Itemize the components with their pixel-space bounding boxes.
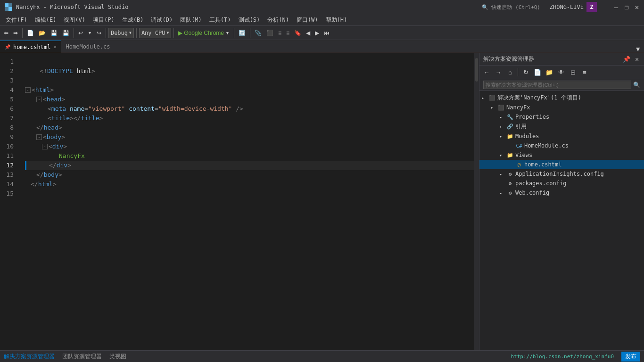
tree-nancyfx-project[interactable]: ▾ ⬛ NancyFx: [479, 103, 644, 112]
sol-refresh-button[interactable]: ↻: [520, 67, 531, 77]
code-line-11: NancyFx: [25, 151, 474, 161]
code-line-14: </html>: [25, 180, 474, 189]
browser-arrow: ▼: [225, 31, 230, 35]
tree-homemodule[interactable]: C# HomeModule.cs: [479, 141, 644, 150]
menu-item-w[interactable]: 窗口(W): [293, 15, 322, 25]
refresh-button[interactable]: 🔄: [237, 29, 248, 37]
menu-item-b[interactable]: 生成(B): [118, 15, 148, 25]
menu-item-s[interactable]: 测试(S): [235, 15, 264, 25]
bottom-tab-solution[interactable]: 解决方案资源管理器: [4, 353, 55, 361]
line-num-6: 6: [0, 104, 17, 114]
tree-solution-root[interactable]: ▸ ⬛ 解决方案'NancyFx'(1 个项目): [479, 93, 644, 103]
undo-button[interactable]: ↩: [76, 29, 85, 37]
attach-button[interactable]: 📎: [253, 29, 264, 37]
sol-properties-button[interactable]: ≡: [579, 67, 590, 77]
menu-item-n[interactable]: 分析(N): [264, 15, 293, 25]
open-button[interactable]: 📂: [37, 29, 48, 37]
tab-home-cshtml[interactable]: 📌 home.cshtml ✕: [0, 41, 61, 53]
restore-button[interactable]: ❐: [623, 4, 630, 10]
code-line-2: <!DOCTYPE html>: [25, 66, 474, 76]
line-num-1: 1: [0, 57, 17, 66]
breakpoint-button[interactable]: ⬛: [264, 29, 275, 37]
menu-item-m[interactable]: 团队(M): [176, 15, 206, 25]
platform-dropdown[interactable]: Any CPU ▼: [139, 28, 171, 38]
sol-forward-button[interactable]: →: [493, 67, 504, 77]
fold-head[interactable]: -: [36, 97, 42, 102]
fold-body[interactable]: -: [36, 134, 42, 140]
minimize-button[interactable]: —: [613, 4, 619, 10]
code-line-8: </head>: [25, 123, 474, 132]
tab-close-home[interactable]: ✕: [53, 44, 56, 49]
fold-div[interactable]: -: [42, 144, 48, 149]
tree-home-cshtml[interactable]: @ home.cshtml: [479, 160, 644, 169]
code-content[interactable]: <!DOCTYPE html> -<html> -<head> <meta na…: [21, 53, 474, 350]
publish-button[interactable]: 发布: [621, 352, 640, 362]
tree-web-config[interactable]: ▸ ⚙ Web.config: [479, 188, 644, 197]
solution-search-icon: 🔍: [633, 82, 640, 88]
run-button[interactable]: ▶ Google Chrome ▼: [176, 29, 231, 37]
doctype-kw: DOCTYPE: [47, 66, 73, 76]
sol-home-button[interactable]: ⌂: [505, 67, 515, 77]
close-button[interactable]: ✕: [634, 4, 640, 10]
line-num-12: 12: [0, 161, 17, 170]
tree-properties[interactable]: ▸ 🔧 Properties: [479, 112, 644, 122]
new-file-button[interactable]: 📄: [25, 29, 36, 37]
save-button[interactable]: 💾: [49, 29, 59, 37]
tree-appinsights[interactable]: ▸ ⚙ ApplicationInsights.config: [479, 169, 644, 179]
scrollbar-thumb[interactable]: [475, 58, 478, 82]
tab-homemodule[interactable]: HomeModule.cs: [61, 41, 115, 53]
sol-showfiles-button[interactable]: 👁: [556, 67, 566, 77]
bottom-tab-team[interactable]: 团队资源管理器: [62, 353, 102, 361]
menu-item-f[interactable]: 文件(F): [2, 15, 31, 25]
indent-button[interactable]: ≡: [276, 29, 283, 37]
properties-icon: 🔧: [506, 113, 514, 121]
editor-scrollbar[interactable]: [474, 53, 479, 350]
sol-collapse-button[interactable]: ⊟: [568, 67, 578, 77]
menu-item-e[interactable]: 编辑(E): [31, 15, 60, 25]
menu-item-p[interactable]: 项目(P): [89, 15, 118, 25]
user-badge[interactable]: Z: [586, 2, 597, 12]
panel-close-button[interactable]: ✕: [634, 56, 640, 63]
back-button[interactable]: ⬅: [2, 29, 10, 37]
menu-item-h[interactable]: 帮助(H): [322, 15, 351, 25]
bookmark-button[interactable]: 🔖: [292, 29, 303, 37]
undo-arrow[interactable]: ▼: [86, 30, 94, 36]
sol-newfile-button[interactable]: 📄: [532, 67, 543, 77]
svg-rect-1: [8, 3, 12, 7]
code-line-13: </body>: [25, 170, 474, 180]
nav2-button[interactable]: ▶: [313, 29, 321, 37]
menu-item-t[interactable]: 工具(T): [206, 15, 235, 25]
code-line-3: [25, 76, 474, 85]
project-icon: ⬛: [497, 104, 505, 111]
solution-search: 🔍: [479, 79, 644, 91]
line-numbers: 1 2 3 4 5 6 7 8 9 10 11 12 13 14 15: [0, 53, 21, 350]
solution-panel-title: 解决方案资源管理器: [483, 55, 534, 63]
forward-button[interactable]: ➡: [11, 29, 20, 37]
redo-button[interactable]: ↪: [95, 29, 103, 37]
code-line-15: [25, 189, 474, 198]
tree-packages-config[interactable]: ⚙ packages.config: [479, 179, 644, 188]
nav-button[interactable]: ◀: [304, 29, 312, 37]
solution-search-input[interactable]: [483, 81, 631, 89]
save-all-button[interactable]: 💾: [60, 29, 71, 37]
tree-modules-folder[interactable]: ▾ 📁 Modules: [479, 132, 644, 141]
menu-item-d[interactable]: 调试(D): [147, 15, 176, 25]
solution-tree: ▸ ⬛ 解决方案'NancyFx'(1 个项目) ▾ ⬛ NancyFx ▸ 🔧…: [479, 91, 644, 350]
tree-views-folder[interactable]: ▾ 📁 Views: [479, 150, 644, 160]
quick-launch-label[interactable]: 快速启动 (Ctrl+Q): [491, 4, 540, 11]
sol-back-button[interactable]: ←: [481, 67, 492, 77]
line-num-3: 3: [0, 76, 17, 85]
indent2-button[interactable]: ≡: [284, 29, 291, 37]
nav3-button[interactable]: ⏮: [322, 29, 331, 37]
config-dropdown[interactable]: Debug ▼: [108, 28, 134, 38]
tab-dropdown-button[interactable]: ▼: [632, 45, 644, 53]
fold-html[interactable]: -: [25, 87, 31, 93]
tree-references[interactable]: ▸ 🔗 引用: [479, 122, 644, 132]
doctype-gt: >: [91, 66, 95, 76]
panel-pin-button[interactable]: 📌: [621, 56, 632, 63]
bottom-tab-classview[interactable]: 类视图: [109, 353, 126, 361]
sol-newfolder-button[interactable]: 📁: [544, 67, 554, 77]
code-line-5: -<head>: [25, 95, 474, 104]
code-line-10: -<div>: [25, 142, 474, 151]
menu-item-v[interactable]: 视图(V): [60, 15, 89, 25]
